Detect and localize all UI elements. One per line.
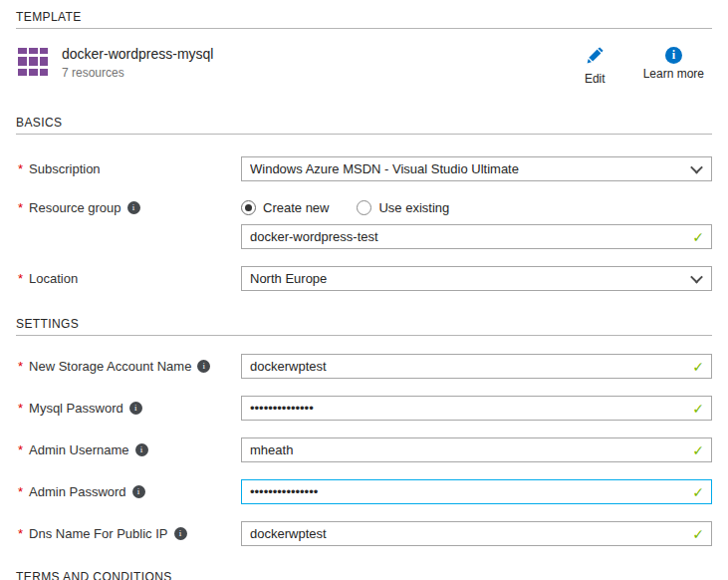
chevron-down-icon bbox=[690, 271, 703, 284]
edit-label: Edit bbox=[585, 72, 606, 86]
storage-account-label: * New Storage Account Name i bbox=[16, 359, 241, 374]
required-asterisk: * bbox=[18, 359, 23, 374]
dns-name-label-text: Dns Name For Public IP bbox=[29, 526, 167, 541]
chevron-down-icon bbox=[690, 161, 703, 174]
resource-group-label-text: Resource group bbox=[29, 200, 121, 215]
subscription-label: * Subscription bbox=[16, 161, 241, 176]
template-summary-row: docker-wordpress-mysql 7 resources Edit bbox=[16, 45, 712, 86]
mysql-password-info-icon[interactable]: i bbox=[129, 402, 142, 415]
section-header-template: TEMPLATE bbox=[16, 10, 712, 24]
edit-button[interactable]: Edit bbox=[585, 47, 606, 86]
resource-group-name-input[interactable] bbox=[241, 224, 712, 249]
location-row: * Location North Europe bbox=[16, 266, 712, 291]
radio-selected-icon bbox=[241, 200, 256, 215]
required-asterisk: * bbox=[18, 161, 23, 176]
resource-group-radio-group: Create new Use existing bbox=[241, 197, 712, 217]
admin-password-info-icon[interactable]: i bbox=[132, 485, 145, 498]
storage-account-control: ✓ bbox=[241, 354, 712, 379]
template-tiles-icon bbox=[16, 45, 50, 79]
dns-name-control: ✓ bbox=[241, 521, 712, 546]
mysql-password-input[interactable] bbox=[241, 396, 712, 421]
radio-use-existing-label: Use existing bbox=[378, 200, 449, 215]
section-header-settings: SETTINGS bbox=[16, 317, 712, 331]
radio-unselected-icon bbox=[357, 200, 371, 215]
template-actions: Edit i Learn more bbox=[585, 45, 712, 86]
admin-password-label-text: Admin Password bbox=[29, 484, 126, 499]
subscription-row: * Subscription Windows Azure MSDN - Visu… bbox=[16, 156, 712, 181]
dns-name-row: * Dns Name For Public IP i ✓ bbox=[16, 521, 712, 546]
storage-account-input[interactable] bbox=[241, 354, 712, 379]
template-deployment-form: TEMPLATE docker-wordpress-mysql 7 r bbox=[0, 0, 728, 580]
storage-account-row: * New Storage Account Name i ✓ bbox=[16, 354, 712, 379]
template-name: docker-wordpress-mysql bbox=[62, 46, 213, 62]
required-asterisk: * bbox=[18, 484, 23, 499]
terms-section: TERMS AND CONDITIONS bbox=[16, 570, 712, 580]
section-divider bbox=[16, 134, 712, 135]
admin-username-label-text: Admin Username bbox=[29, 442, 128, 457]
subscription-control: Windows Azure MSDN - Visual Studio Ultim… bbox=[241, 156, 712, 181]
subscription-dropdown[interactable]: Windows Azure MSDN - Visual Studio Ultim… bbox=[241, 156, 712, 181]
admin-username-label: * Admin Username i bbox=[16, 442, 241, 457]
location-dropdown[interactable]: North Europe bbox=[241, 266, 712, 291]
template-meta: docker-wordpress-mysql 7 resources bbox=[62, 45, 213, 80]
location-label-text: Location bbox=[29, 271, 78, 286]
required-asterisk: * bbox=[18, 200, 23, 215]
section-header-terms: TERMS AND CONDITIONS bbox=[16, 570, 712, 580]
resource-group-row: * Resource group i Create new Use existi… bbox=[16, 197, 712, 249]
storage-account-label-text: New Storage Account Name bbox=[29, 359, 191, 374]
storage-account-info-icon[interactable]: i bbox=[197, 360, 210, 373]
subscription-label-text: Subscription bbox=[29, 161, 101, 176]
location-control: North Europe bbox=[241, 266, 712, 291]
radio-create-new-label: Create new bbox=[263, 200, 329, 215]
required-asterisk: * bbox=[18, 442, 23, 457]
admin-password-label: * Admin Password i bbox=[16, 484, 241, 499]
subscription-selected-value: Windows Azure MSDN - Visual Studio Ultim… bbox=[250, 161, 682, 176]
radio-create-new[interactable]: Create new bbox=[241, 200, 329, 215]
admin-password-input[interactable] bbox=[241, 479, 712, 504]
mysql-password-row: * Mysql Password i ✓ bbox=[16, 396, 712, 421]
section-divider bbox=[16, 28, 712, 29]
dns-name-input[interactable] bbox=[241, 521, 712, 546]
required-asterisk: * bbox=[18, 271, 23, 286]
mysql-password-control: ✓ bbox=[241, 396, 712, 421]
template-section: TEMPLATE docker-wordpress-mysql 7 r bbox=[16, 10, 712, 86]
resource-group-info-icon[interactable]: i bbox=[127, 201, 140, 214]
admin-username-input[interactable] bbox=[241, 437, 712, 462]
mysql-password-label-text: Mysql Password bbox=[29, 401, 123, 416]
learn-more-label: Learn more bbox=[643, 67, 704, 81]
dns-name-info-icon[interactable]: i bbox=[174, 527, 187, 540]
settings-section: SETTINGS * New Storage Account Name i ✓ … bbox=[16, 317, 712, 546]
dns-name-label: * Dns Name For Public IP i bbox=[16, 526, 241, 541]
mysql-password-label: * Mysql Password i bbox=[16, 401, 241, 416]
admin-password-row: * Admin Password i ✓ bbox=[16, 479, 712, 504]
admin-username-row: * Admin Username i ✓ bbox=[16, 437, 712, 462]
required-asterisk: * bbox=[18, 401, 23, 416]
location-selected-value: North Europe bbox=[250, 271, 682, 286]
radio-use-existing[interactable]: Use existing bbox=[357, 200, 449, 215]
basics-section: BASICS * Subscription Windows Azure MSDN… bbox=[16, 116, 712, 291]
resource-group-control: Create new Use existing ✓ bbox=[241, 197, 712, 249]
location-label: * Location bbox=[16, 271, 241, 286]
edit-pencil-icon bbox=[586, 47, 604, 69]
resource-group-label: * Resource group i bbox=[16, 197, 241, 215]
admin-password-control: ✓ bbox=[241, 479, 712, 504]
template-resource-count: 7 resources bbox=[62, 66, 213, 80]
section-header-basics: BASICS bbox=[16, 116, 712, 130]
section-divider bbox=[16, 335, 712, 336]
learn-more-button[interactable]: i Learn more bbox=[643, 47, 704, 86]
resource-group-input-wrap: ✓ bbox=[241, 224, 712, 249]
admin-username-info-icon[interactable]: i bbox=[135, 443, 148, 456]
required-asterisk: * bbox=[18, 526, 23, 541]
admin-username-control: ✓ bbox=[241, 437, 712, 462]
learn-more-info-icon: i bbox=[665, 47, 682, 64]
